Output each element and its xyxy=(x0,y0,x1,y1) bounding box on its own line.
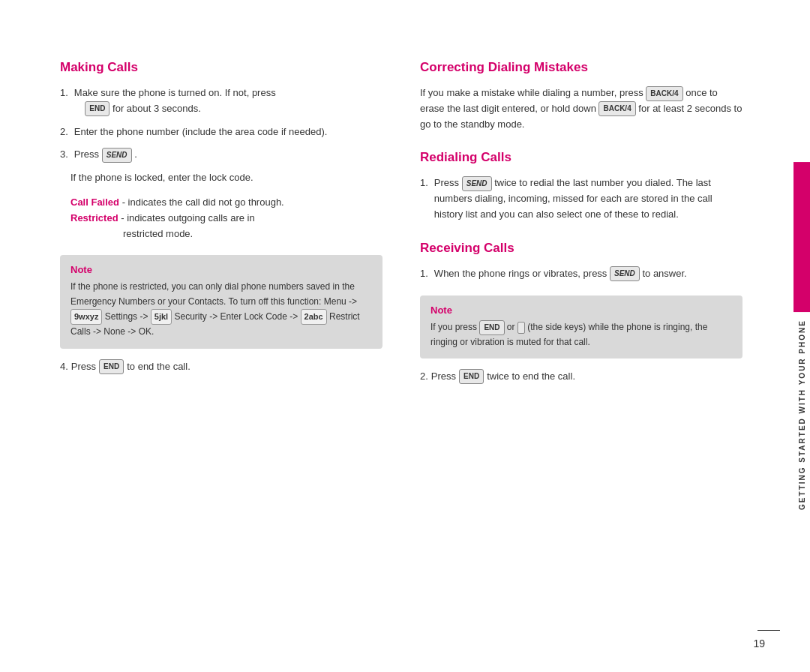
divider-line xyxy=(758,630,780,631)
making-calls-step3: Press SEND . xyxy=(60,147,382,163)
receiving-step2-area: 2. Press END twice to end the call. xyxy=(420,369,742,385)
end-key-note: END xyxy=(479,320,504,335)
receiving-step2-text: Press xyxy=(431,369,456,385)
content-area: Making Calls Make sure the phone is turn… xyxy=(60,60,765,403)
send-key-step3: SEND xyxy=(102,148,132,163)
right-note-body: If you press END or (the side keys) whil… xyxy=(430,320,732,350)
making-calls-step1: Make sure the phone is turned on. If not… xyxy=(60,86,382,117)
right-note-title: Note xyxy=(430,304,732,316)
making-calls-section: Making Calls Make sure the phone is turn… xyxy=(60,60,382,374)
end-key-icon: END xyxy=(85,101,110,116)
left-note-title: Note xyxy=(70,264,372,275)
receiving-body: When the phone rings or vibrates, press … xyxy=(420,266,742,282)
correcting-body: If you make a mistake while dialing a nu… xyxy=(420,86,742,132)
redialing-body: Press SEND twice to redial the last numb… xyxy=(420,176,742,222)
redialing-section: Redialing Calls Press SEND twice to redi… xyxy=(420,150,742,222)
end-key-step4: END xyxy=(99,359,124,374)
making-calls-list: Make sure the phone is turned on. If not… xyxy=(60,86,382,163)
back-key-1: BACK/4 xyxy=(646,86,682,101)
side-tab-text: GETTING STARTED WITH YOUR PHONE xyxy=(798,320,806,510)
redialing-title: Redialing Calls xyxy=(420,150,742,165)
right-note-body1: If you press xyxy=(430,322,477,332)
receiving-step1-cont: to answer. xyxy=(642,268,686,279)
correcting-title: Correcting Dialing Mistakes xyxy=(420,60,742,75)
receiving-title: Receiving Calls xyxy=(420,241,742,256)
step1-text: Make sure the phone is turned on. If not… xyxy=(74,87,276,98)
note-body-text2: Settings -> xyxy=(102,311,150,322)
step4-sub: to end the call. xyxy=(127,359,190,375)
redialing-step1-text: Press xyxy=(434,177,459,188)
page-container: Making Calls Make sure the phone is turn… xyxy=(0,0,810,672)
making-calls-title: Making Calls xyxy=(60,60,382,75)
step4-area: 4. Press END to end the call. xyxy=(60,359,382,375)
step3-period: . xyxy=(134,148,137,160)
right-column: Correcting Dialing Mistakes If you make … xyxy=(420,60,742,403)
back-key-2: BACK/4 xyxy=(598,101,635,116)
receiving-step2-cont: twice to end the call. xyxy=(487,369,575,385)
receiving-section: Receiving Calls When the phone rings or … xyxy=(420,241,742,385)
step2-text: Enter the phone number (include the area… xyxy=(74,126,328,137)
if-locked-text: If the phone is locked, enter the lock c… xyxy=(70,170,382,186)
receiving-list: When the phone rings or vibrates, press … xyxy=(420,266,742,282)
correcting-text: If you make a mistake while dialing a nu… xyxy=(420,86,742,132)
receiving-step2-line: 2. Press END twice to end the call. xyxy=(420,369,742,385)
left-column: Making Calls Make sure the phone is turn… xyxy=(60,60,382,403)
step1-content: Make sure the phone is turned on. If not… xyxy=(74,86,382,117)
receiving-step1: When the phone rings or vibrates, press … xyxy=(420,266,742,282)
lock-2-key: 2abc xyxy=(301,309,327,326)
menu-9-key: 9wxyz xyxy=(70,309,102,326)
restricted-line: Restricted - indicates outgoing calls ar… xyxy=(70,211,382,242)
redialing-list: Press SEND twice to redial the last numb… xyxy=(420,176,742,222)
send-key-receiving: SEND xyxy=(610,266,640,281)
left-note-body: If the phone is restricted, you can only… xyxy=(70,280,372,339)
receiving-step2-num: 2. xyxy=(420,369,428,385)
side-key-icon xyxy=(518,322,525,334)
right-note-box: Note If you press END or (the side keys)… xyxy=(420,296,742,358)
making-calls-step2: Enter the phone number (include the area… xyxy=(60,124,382,140)
restricted-label: Restricted xyxy=(70,212,118,224)
receiving-step1-content: When the phone rings or vibrates, press … xyxy=(434,266,742,282)
restricted-desc2: restricted mode. xyxy=(70,226,382,242)
call-failed-label: Call Failed xyxy=(70,196,119,208)
right-note-body2: or xyxy=(507,322,518,332)
step3-text: Press xyxy=(74,148,99,160)
side-tab: GETTING STARTED WITH YOUR PHONE xyxy=(794,162,810,510)
side-tab-bar xyxy=(794,162,810,312)
step3-content: Press SEND . xyxy=(74,147,382,163)
end-key-receiving-step2: END xyxy=(459,369,484,384)
call-failed-desc: - indicates the call did not go through. xyxy=(119,196,284,208)
step4-text: Press xyxy=(71,359,96,375)
send-key-redialing: SEND xyxy=(462,176,492,191)
redialing-step1-content: Press SEND twice to redial the last numb… xyxy=(434,176,742,222)
note-body-text1: If the phone is restricted, you can only… xyxy=(70,281,357,306)
step1-sub: for about 3 seconds. xyxy=(112,103,201,114)
step4-line: 4. Press END to end the call. xyxy=(60,359,382,375)
page-number: 19 xyxy=(753,638,765,650)
restricted-desc: - indicates outgoing calls are in xyxy=(118,212,255,224)
note-body-text3: Security -> Enter Lock Code -> xyxy=(172,311,300,322)
correcting-section: Correcting Dialing Mistakes If you make … xyxy=(420,60,742,132)
making-calls-body: Make sure the phone is turned on. If not… xyxy=(60,86,382,242)
step4-number: 4. xyxy=(60,359,68,375)
receiving-step1-text: When the phone rings or vibrates, press xyxy=(434,268,608,279)
left-note-box: Note If the phone is restricted, you can… xyxy=(60,255,382,348)
call-failed-line: Call Failed - indicates the call did not… xyxy=(70,195,382,211)
redialing-step1: Press SEND twice to redial the last numb… xyxy=(420,176,742,222)
settings-5-key: 5jkl xyxy=(151,309,172,326)
correcting-body1: If you make a mistake while dialing a nu… xyxy=(420,87,644,98)
step2-content: Enter the phone number (include the area… xyxy=(74,124,382,140)
